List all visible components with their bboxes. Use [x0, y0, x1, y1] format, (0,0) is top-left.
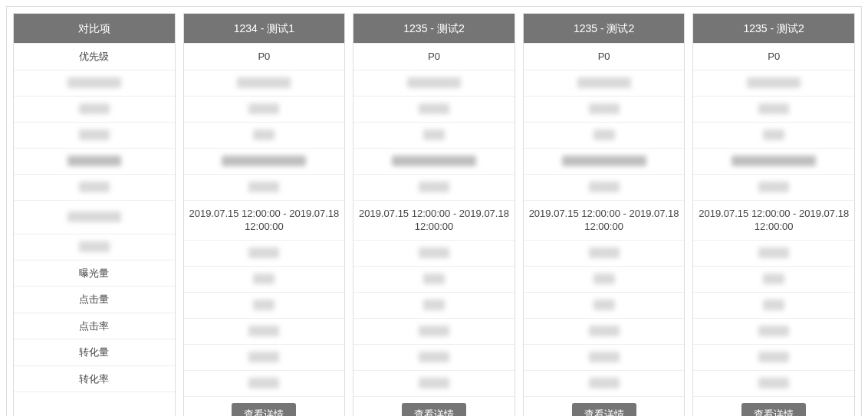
redacted-text: [589, 352, 620, 362]
redacted-text: [763, 274, 784, 284]
data-column-2: 1235 - 测试2 P0 2019.07.15 12:00:00 - 2019…: [353, 13, 515, 416]
cell: [353, 148, 515, 174]
redacted-text: [248, 247, 279, 258]
redacted-text: [758, 182, 789, 192]
cell: [524, 240, 685, 266]
cell: [353, 292, 515, 318]
redacted-text: [763, 129, 784, 140]
redacted-text: [589, 326, 620, 336]
cell: [184, 174, 345, 200]
redacted-text: [79, 182, 110, 192]
cell: [353, 266, 515, 292]
redacted-text: [423, 274, 445, 284]
cell-date-range: 2019.07.15 12:00:00 - 2019.07.18 12:00:0…: [184, 200, 345, 240]
redacted-text: [763, 300, 784, 310]
redacted-text: [79, 241, 110, 252]
data-column-header: 1235 - 测试2: [353, 14, 515, 43]
redacted-text: [589, 378, 620, 388]
cell: [353, 96, 515, 122]
redacted-text: [593, 129, 615, 140]
redacted-text: [253, 274, 275, 284]
row-label: [14, 174, 175, 200]
cell: [524, 370, 685, 396]
redacted-text: [758, 247, 789, 258]
cell: [524, 174, 685, 200]
cell-priority: P0: [184, 43, 345, 70]
cell: [693, 240, 854, 266]
label-column: 对比项 优先级 曝光量 点击量 点击率 转化量 转化率: [13, 13, 176, 416]
view-details-button[interactable]: 查看详情: [402, 403, 466, 416]
row-label: [14, 122, 175, 148]
cell-priority: P0: [524, 43, 685, 70]
cell: [524, 344, 685, 370]
row-label: [14, 148, 175, 174]
redacted-text: [758, 103, 789, 114]
redacted-text: [248, 103, 279, 114]
redacted-text: [392, 156, 476, 166]
cell: [524, 318, 685, 344]
redacted-text: [758, 326, 789, 336]
redacted-text: [577, 77, 631, 88]
redacted-text: [419, 378, 449, 388]
redacted-text: [407, 77, 461, 88]
row-label: [14, 70, 175, 96]
cell: [693, 292, 854, 318]
row-label-priority: 优先级: [14, 43, 175, 70]
cell: [184, 318, 345, 344]
row-label: [14, 96, 175, 122]
row-label-clicks: 点击量: [14, 286, 175, 313]
column-footer: 查看详情: [693, 396, 854, 416]
redacted-text: [237, 77, 291, 88]
redacted-text: [79, 129, 110, 140]
redacted-text: [419, 352, 449, 362]
redacted-text: [593, 300, 615, 310]
redacted-text: [758, 378, 789, 388]
cell: [184, 96, 345, 122]
view-details-button[interactable]: 查看详情: [741, 403, 806, 416]
redacted-text: [248, 326, 279, 336]
cell: [184, 266, 345, 292]
redacted-text: [248, 182, 279, 192]
cell: [693, 318, 854, 344]
cell: [693, 70, 854, 96]
cell: [524, 266, 685, 292]
cell: [353, 370, 515, 396]
redacted-text: [67, 211, 121, 222]
data-column-4: 1235 - 测试2 P0 2019.07.15 12:00:00 - 2019…: [692, 13, 855, 416]
redacted-text: [67, 156, 121, 166]
comparison-table: 对比项 优先级 曝光量 点击量 点击率 转化量 转化率 1234 - 测试1 P…: [6, 6, 862, 416]
redacted-text: [562, 156, 646, 166]
redacted-text: [419, 326, 449, 336]
cell: [353, 70, 515, 96]
view-details-button[interactable]: 查看详情: [232, 403, 296, 416]
data-column-3: 1235 - 测试2 P0 2019.07.15 12:00:00 - 2019…: [523, 13, 686, 416]
cell: [184, 344, 345, 370]
redacted-text: [732, 156, 816, 166]
redacted-text: [589, 103, 620, 114]
redacted-text: [248, 352, 279, 362]
cell: [524, 96, 685, 122]
cell: [184, 70, 345, 96]
cell: [184, 370, 345, 396]
redacted-text: [419, 103, 449, 114]
redacted-text: [79, 103, 110, 114]
cell: [353, 344, 515, 370]
redacted-text: [253, 300, 275, 310]
cell-priority: P0: [353, 43, 515, 70]
column-footer: 查看详情: [353, 396, 515, 416]
cell: [693, 122, 854, 148]
cell-date-range: 2019.07.15 12:00:00 - 2019.07.18 12:00:0…: [524, 200, 685, 240]
cell: [184, 292, 345, 318]
row-label-ctr: 点击率: [14, 313, 175, 339]
redacted-text: [419, 182, 449, 192]
cell: [524, 122, 685, 148]
data-column-1: 1234 - 测试1 P0 2019.07.15 12:00:00 - 2019…: [183, 13, 346, 416]
cell: [353, 122, 515, 148]
cell: [524, 148, 685, 174]
cell: [184, 148, 345, 174]
cell: [693, 344, 854, 370]
view-details-button[interactable]: 查看详情: [572, 403, 636, 416]
cell-date-range: 2019.07.15 12:00:00 - 2019.07.18 12:00:0…: [353, 200, 515, 240]
row-label-conversions: 转化量: [14, 339, 175, 365]
redacted-text: [423, 300, 445, 310]
